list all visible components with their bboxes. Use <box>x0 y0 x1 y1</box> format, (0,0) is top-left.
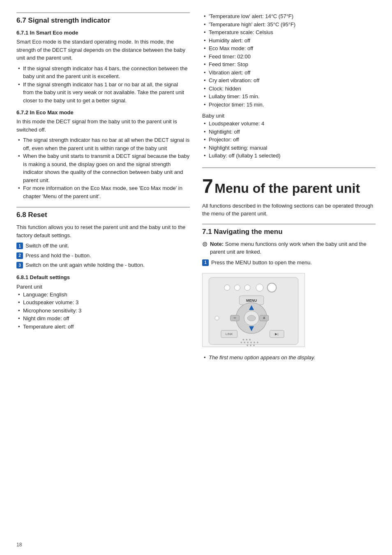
svg-point-31 <box>247 345 248 346</box>
svg-point-16 <box>247 315 256 321</box>
page-number: 18 <box>16 542 22 548</box>
right-column: 'Temperature low' alert: 14°C (57°F) 'Te… <box>202 12 376 543</box>
display-note-item: The first menu option appears on the dis… <box>202 354 376 362</box>
note-box: ⊜ Note: Some menu functions only work wh… <box>202 240 376 256</box>
list-item: Feed timer: 02:00 <box>202 53 376 61</box>
step-badge-3: 3 <box>16 262 23 268</box>
list-item: Loudspeaker volume: 3 <box>16 298 190 307</box>
note-icon: ⊜ <box>202 240 208 248</box>
step-7-1-1: 1 Press the MENU button to open the menu… <box>202 259 376 267</box>
svg-point-22 <box>242 339 244 340</box>
svg-point-27 <box>247 342 249 343</box>
section-title-text: 6.7 Signal strength indicator <box>16 16 111 24</box>
display-note-bullets: The first menu option appears on the dis… <box>202 354 376 362</box>
baby-unit-label: Baby unit <box>202 113 376 119</box>
section-title-text: 6.8 Reset <box>16 211 47 219</box>
svg-point-30 <box>257 342 258 343</box>
list-item: Vibration alert: off <box>202 69 376 77</box>
step-3: 3 Switch on the unit again while holding… <box>16 261 190 269</box>
list-item: Nightlight: off <box>202 128 376 136</box>
note-label: Note: <box>210 241 224 247</box>
step-badge-1: 1 <box>16 243 23 249</box>
note-text: Some menu functions only work when the b… <box>210 241 367 255</box>
step-text-3: Switch on the unit again while holding t… <box>25 261 190 269</box>
chapter-7-title: Menu of the parent unit <box>214 181 360 196</box>
list-item: Temperature alert: off <box>16 323 190 331</box>
list-item: If the signal strength indicator has 1 b… <box>16 81 190 105</box>
section-6-7-1-bullets: If the signal strength indicator has 4 b… <box>16 65 190 105</box>
list-item: If the signal strength indicator has 4 b… <box>16 65 190 81</box>
list-item: Humidity alert: off <box>202 37 376 45</box>
section-6-8-body: This function allows you to reset the pa… <box>16 223 190 239</box>
list-item: The signal strength indicator has no bar… <box>16 136 190 152</box>
step-badge-7-1-1: 1 <box>202 259 209 266</box>
svg-text:+: + <box>263 315 265 320</box>
list-item: When the baby unit starts to transmit a … <box>16 152 190 184</box>
svg-point-2 <box>235 285 240 291</box>
list-item: Projector timer: 15 min. <box>202 101 376 109</box>
section-6-7-2-body: In this mode the DECT signal from the ba… <box>16 118 190 134</box>
svg-point-17 <box>215 316 219 320</box>
section-6-7-title: 6.7 Signal strength indicator <box>16 12 190 25</box>
list-item: Cry alert vibration: off <box>202 76 376 85</box>
section-6-8-title: 6.8 Reset <box>16 207 190 219</box>
svg-point-32 <box>250 345 251 346</box>
baby-unit-defaults: Loudspeaker volume: 4 Nightlight: off Pr… <box>202 120 376 160</box>
section-6-7-1-body: Smart Eco mode is the standard operating… <box>16 38 190 62</box>
chapter-7-divider <box>202 167 376 168</box>
list-item: Lullaby: off (lullaby 1 selected) <box>202 152 376 160</box>
step-2: 2 Press and hold the - button. <box>16 252 190 260</box>
list-item: Projector: off <box>202 136 376 144</box>
subsection-6-7-1-title: 6.7.1 In Smart Eco mode <box>16 30 190 36</box>
device-illustration: MENU − + <box>202 273 305 347</box>
list-item: Temperature scale: Celsius <box>202 28 376 37</box>
step-text-1: Switch off the unit. <box>25 242 190 250</box>
section-6-7-2-bullets: The signal strength indicator has no bar… <box>16 136 190 200</box>
section-title-text: 7.1 Navigating the menu <box>202 228 283 236</box>
list-item: Eco Max mode: off <box>202 44 376 53</box>
parent-unit-defaults: Language: English Loudspeaker volume: 3 … <box>16 291 190 331</box>
section-7-1-title: 7.1 Navigating the menu <box>202 224 376 236</box>
list-item: Feed timer: Stop <box>202 60 376 69</box>
list-item: Microphone sensitivity: 3 <box>16 307 190 315</box>
chapter-7-body: All functions described in the following… <box>202 202 376 218</box>
right-top-bullets: 'Temperature low' alert: 14°C (57°F) 'Te… <box>202 12 376 109</box>
svg-point-5 <box>267 283 277 292</box>
list-item: 'Temperature low' alert: 14°C (57°F) <box>202 12 376 21</box>
list-item: Language: English <box>16 291 190 299</box>
list-item: Loudspeaker volume: 4 <box>202 120 376 128</box>
step-1: 1 Switch off the unit. <box>16 242 190 250</box>
svg-text:−: − <box>233 315 236 320</box>
svg-point-3 <box>244 285 250 291</box>
svg-point-23 <box>246 339 247 340</box>
subsection-6-8-1-title: 6.8.1 Default settings <box>16 274 190 280</box>
svg-point-24 <box>249 339 251 340</box>
svg-point-25 <box>240 342 242 343</box>
list-item: For more information on the Eco Max mode… <box>16 184 190 200</box>
step-badge-2: 2 <box>16 252 23 259</box>
display-note-text: The first menu option appears on the dis… <box>209 354 315 361</box>
list-item: Clock: hidden <box>202 85 376 93</box>
svg-point-29 <box>254 342 255 343</box>
svg-text:▶|: ▶| <box>275 332 278 336</box>
svg-text:LINK: LINK <box>226 332 233 336</box>
subsection-6-7-2-title: 6.7.2 In Eco Max mode <box>16 109 190 116</box>
list-item: 'Temperature high' alert: 35°C (95°F) <box>202 21 376 29</box>
list-item: Lullaby timer: 15 min. <box>202 92 376 101</box>
svg-point-28 <box>250 342 252 343</box>
svg-point-26 <box>244 342 245 343</box>
parent-unit-label: Parent unit <box>16 284 190 290</box>
step-text-7-1-1: Press the MENU button to open the menu. <box>211 259 376 267</box>
svg-text:MENU: MENU <box>246 298 257 303</box>
chapter-7-num: 7 <box>202 175 213 197</box>
step-text-2: Press and hold the - button. <box>25 252 190 260</box>
list-item: Nighlight setting: manual <box>202 144 376 152</box>
chapter-7: 7 Menu of the parent unit <box>202 176 376 196</box>
left-column: 6.7 Signal strength indicator 6.7.1 In S… <box>16 12 190 543</box>
svg-point-33 <box>253 345 255 346</box>
svg-point-4 <box>256 284 263 291</box>
svg-point-1 <box>224 285 230 291</box>
list-item: Night dim mode: off <box>16 314 190 323</box>
